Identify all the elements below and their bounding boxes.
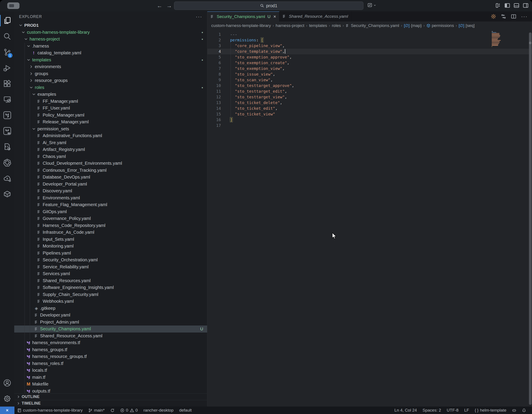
tree-item-custom-harness-template-library[interactable]: custom-harness-template-library●: [14, 29, 207, 36]
tree-item-examples[interactable]: examples: [14, 91, 207, 98]
status-rancher-desktop[interactable]: rancher-desktop: [141, 406, 176, 414]
tree-item-developer-portal-yaml[interactable]: Developer_Portal.yaml: [14, 181, 207, 188]
tree-item-harness-project[interactable]: harness-project●: [14, 36, 207, 43]
activity-item-remote-explorer[interactable]: [0, 92, 14, 107]
tree-item-monitoring-yaml[interactable]: Monitoring.yaml: [14, 243, 207, 250]
status-cursor-position[interactable]: Ln 4, Col 24: [392, 406, 420, 414]
tree-item-webhooks-yaml[interactable]: Webhooks.yaml: [14, 298, 207, 305]
tree-item-harness-roles-tf[interactable]: harness_roles.tf: [14, 360, 207, 367]
tree-item-pipelines-yaml[interactable]: Pipelines.yaml: [14, 250, 207, 257]
breadcrumb-templates[interactable]: templates: [309, 23, 327, 28]
tree-item-governance-policy-yaml[interactable]: Governance_Policy.yaml: [14, 215, 207, 222]
activity-item-kubernetes[interactable]: [0, 155, 14, 170]
tree-item-main-tf[interactable]: main.tf: [14, 374, 207, 381]
status-copilot[interactable]: [509, 406, 519, 414]
status-problems[interactable]: 00: [117, 406, 141, 414]
tree-item-resource-groups[interactable]: resource_groups: [14, 77, 207, 84]
explorer-more-actions-icon[interactable]: ···: [196, 14, 202, 20]
toggle-secondary-sidebar-icon[interactable]: [523, 3, 529, 8]
tree-item-database-devops-yaml[interactable]: Database_DevOps.yaml: [14, 174, 207, 181]
activity-item-code-tools[interactable]: [0, 139, 14, 155]
tree-item-prod1[interactable]: PROD1: [14, 22, 207, 29]
breadcrumb--map-[interactable]: [∅]{map}: [404, 23, 422, 28]
tree-item-groups[interactable]: groups: [14, 70, 207, 77]
tree-item-security-orchestration-yaml[interactable]: Security_Orchestration.yaml: [14, 257, 207, 263]
tree-item-harness-resource-groups-tf[interactable]: harness_resource_groups.tf: [14, 353, 207, 360]
tree-item-catalog-template-yaml[interactable]: !catalog_template.yaml: [14, 49, 207, 57]
breadcrumb--seq-[interactable]: [∅][seq]: [459, 23, 475, 28]
tree-item-service-reliability-yaml[interactable]: Service_Reliability.yaml: [14, 263, 207, 270]
tree-item-permission-sets[interactable]: permission_sets: [14, 125, 207, 133]
tree-item-infrastruce-as-code-yaml[interactable]: Infrastruce_As_Code.yaml: [14, 229, 207, 236]
layout-dropdown-icon[interactable]: [367, 3, 376, 8]
tree-item-feature-flag-management-yaml[interactable]: Feature_Flag_Management.yaml: [14, 201, 207, 208]
breadcrumb-roles[interactable]: roles: [332, 23, 341, 28]
close-icon[interactable]: ×: [273, 14, 276, 19]
timeline-section[interactable]: TIMELINE: [14, 400, 207, 406]
tree-item-administrative-functions-yaml[interactable]: Administrative_Functions.yaml: [14, 132, 207, 139]
tree-item-continuous-error-tracking-yaml[interactable]: Continuous_Error_Tracking.yaml: [14, 167, 207, 174]
tree-item-shared-resources-yaml[interactable]: Shared_Resources.yaml: [14, 277, 207, 284]
minimap[interactable]: [492, 31, 504, 48]
status-remote-indicator[interactable]: [0, 406, 14, 414]
breadcrumb-security-champions-yaml[interactable]: Security_Champions.yaml: [346, 23, 399, 28]
tree-item-environments[interactable]: environments: [14, 63, 207, 70]
tree-item-gitops-yaml[interactable]: GitOps.yaml: [14, 208, 207, 215]
activity-item-terraform[interactable]: [0, 107, 14, 123]
forward-icon[interactable]: →: [165, 2, 173, 9]
tree-item-software-engineering-insights-yaml[interactable]: Software_Engineering_Insights.yaml: [14, 284, 207, 291]
tree-item-services-yaml[interactable]: Services.yaml: [14, 270, 207, 277]
copilot-sparkle-icon[interactable]: [491, 14, 496, 19]
tree-item--harness[interactable]: .harness: [14, 43, 207, 50]
tree-item-input-sets-yaml[interactable]: Input_Sets.yaml: [14, 236, 207, 243]
customize-layout-icon[interactable]: [495, 3, 501, 8]
status-language-mode[interactable]: { }helm-template: [472, 406, 509, 414]
tree-item-discovery-yaml[interactable]: Discovery.yaml: [14, 187, 207, 194]
outline-section[interactable]: OUTLINE: [14, 393, 207, 400]
tab-shared-resource-access[interactable]: Shared_Resource_Access.yaml: [279, 11, 351, 21]
tree-item-developer-yaml[interactable]: Developer.yaml: [14, 312, 207, 319]
breadcrumb-custom-harness-template-library[interactable]: custom-harness-template-library: [211, 23, 271, 28]
status-eol[interactable]: LF: [461, 406, 472, 414]
tree-item-shared-resource-access-yaml[interactable]: Shared_Resource_Access.yaml: [14, 333, 207, 339]
tree-item-ai-sre-yaml[interactable]: Ai_Sre.yaml: [14, 139, 207, 146]
status-indentation[interactable]: Spaces: 2: [420, 406, 444, 414]
command-center-search[interactable]: prod1: [174, 1, 363, 10]
activity-item-search[interactable]: [0, 29, 14, 44]
split-editor-icon[interactable]: [511, 14, 516, 19]
tree-item-harness-environments-tf[interactable]: harness_environments.tf: [14, 339, 207, 346]
status-encoding[interactable]: UTF-8: [444, 406, 462, 414]
back-icon[interactable]: ←: [156, 2, 163, 9]
tree-item-project-admin-yaml[interactable]: Project_Admin.yaml: [14, 319, 207, 326]
tree-item-environments-yaml[interactable]: Environments.yaml: [14, 194, 207, 202]
activity-item-explorer[interactable]: [0, 13, 14, 29]
tree-item-locals-tf[interactable]: locals.tf: [14, 367, 207, 374]
tree-item-ff-manager-yaml[interactable]: FF_Manager.yaml: [14, 98, 207, 105]
activity-item-source-control[interactable]: 1: [0, 44, 14, 60]
activity-item-extensions[interactable]: [0, 76, 14, 92]
activity-item-accounts[interactable]: [0, 375, 14, 391]
tree-item-chaos-yaml[interactable]: Chaos.yaml: [14, 153, 207, 160]
tree-item-release-manager-yaml[interactable]: Release_Manager.yaml: [14, 118, 207, 125]
activity-item-containers[interactable]: [0, 186, 14, 202]
tree-item-cloud-development-environments-yaml[interactable]: Cloud_Development_Environments.yaml: [14, 160, 207, 167]
toggle-panel-icon[interactable]: [514, 3, 519, 8]
tab-security-champions[interactable]: Security_Champions.yaml U ×: [207, 11, 279, 21]
tree-item-makefile[interactable]: MMakefile: [14, 381, 207, 388]
status-repo[interactable]: custom-harness-template-library: [14, 406, 86, 414]
tree-item-security-champions-yaml[interactable]: Security_Champions.yamlU: [14, 326, 207, 333]
status-notifications[interactable]: [519, 406, 529, 414]
toggle-primary-sidebar-icon[interactable]: [504, 3, 510, 8]
activity-item-terraform-cloud[interactable]: [0, 123, 14, 139]
tree-item-artifact-registry-yaml[interactable]: Artifact_Registry.yaml: [14, 146, 207, 153]
activity-item-run-debug[interactable]: [0, 60, 14, 76]
tree-item-roles[interactable]: roles●: [14, 84, 207, 91]
tree-item-supply-chain-security-yaml[interactable]: Supply_Chain_Security.yaml: [14, 291, 207, 298]
activity-item-cloud[interactable]: [0, 170, 14, 186]
tree-item-harness-code-repository-yaml[interactable]: Harness_Code_Repository.yaml: [14, 222, 207, 229]
code-editor[interactable]: 1---2permissions: [3 "core_pipeline_view…: [207, 30, 532, 406]
open-changes-icon[interactable]: [501, 14, 506, 19]
breadcrumb-harness-project[interactable]: harness-project: [276, 23, 304, 28]
activity-item-settings[interactable]: [0, 391, 14, 406]
tree-item-outputs-tf[interactable]: outputs.tf: [14, 388, 207, 394]
